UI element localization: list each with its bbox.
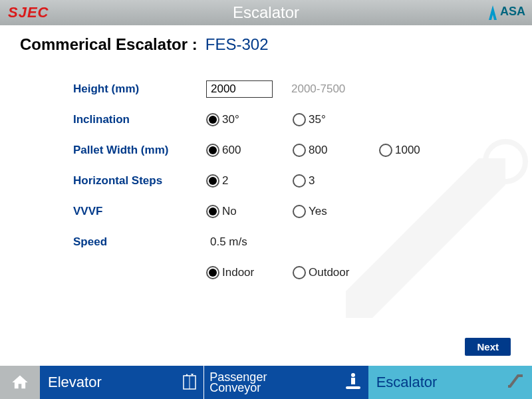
- header-title: Escalator: [233, 3, 299, 22]
- config-form: Height (mm) 2000-7500 Inclination 30° 35…: [73, 74, 512, 288]
- nav-passenger-conveyor[interactable]: Passenger Conveyor: [204, 366, 368, 399]
- horizontal-steps-label: Horizontal Steps: [73, 174, 206, 188]
- page-title: Commerical Escalator :: [20, 35, 198, 54]
- page-title-row: Commerical Escalator : FES-302: [20, 35, 512, 54]
- sjec-logo: SJEC: [8, 4, 49, 21]
- vvvf-label: VVVF: [73, 205, 206, 218]
- header-bar: SJEC Escalator ASA: [0, 0, 532, 25]
- next-button[interactable]: Next: [465, 338, 511, 356]
- nav-escalator[interactable]: Escalator: [368, 366, 532, 399]
- svg-rect-5: [346, 386, 360, 389]
- svg-point-6: [517, 374, 520, 377]
- nav-elevator[interactable]: Elevator: [40, 366, 203, 399]
- height-input[interactable]: [206, 80, 273, 98]
- escalator-icon: [505, 372, 525, 393]
- home-icon: [11, 373, 29, 392]
- inclination-30[interactable]: 30°: [206, 113, 293, 126]
- speed-label: Speed: [73, 235, 206, 249]
- inclination-35[interactable]: 35°: [293, 113, 379, 126]
- elevator-icon: [182, 372, 197, 393]
- conveyor-icon: [344, 372, 362, 393]
- home-button[interactable]: [0, 366, 40, 399]
- pallet-800[interactable]: 800: [293, 144, 379, 157]
- height-label: Height (mm): [73, 82, 206, 96]
- pallet-1000[interactable]: 1000: [379, 144, 446, 157]
- asa-logo: ASA: [487, 5, 525, 20]
- speed-value: 0.5 m/s: [210, 235, 247, 249]
- vvvf-yes[interactable]: Yes: [293, 205, 379, 218]
- svg-point-3: [351, 373, 355, 377]
- svg-rect-4: [351, 378, 355, 384]
- location-indoor[interactable]: Indoor: [206, 266, 293, 279]
- height-hint: 2000-7500: [291, 82, 345, 96]
- hsteps-2[interactable]: 2: [206, 174, 293, 188]
- hsteps-3[interactable]: 3: [293, 174, 379, 188]
- content-area: Commerical Escalator : FES-302 Height (m…: [0, 25, 532, 366]
- pallet-600[interactable]: 600: [206, 144, 293, 157]
- bottom-nav: Elevator Passenger Conveyor Escalator: [0, 366, 532, 399]
- vvvf-no[interactable]: No: [206, 205, 293, 218]
- inclination-label: Inclination: [73, 113, 206, 126]
- pallet-width-label: Pallet Width (mm): [73, 144, 206, 157]
- location-outdoor[interactable]: Outdoor: [293, 266, 379, 279]
- model-number: FES-302: [205, 35, 269, 54]
